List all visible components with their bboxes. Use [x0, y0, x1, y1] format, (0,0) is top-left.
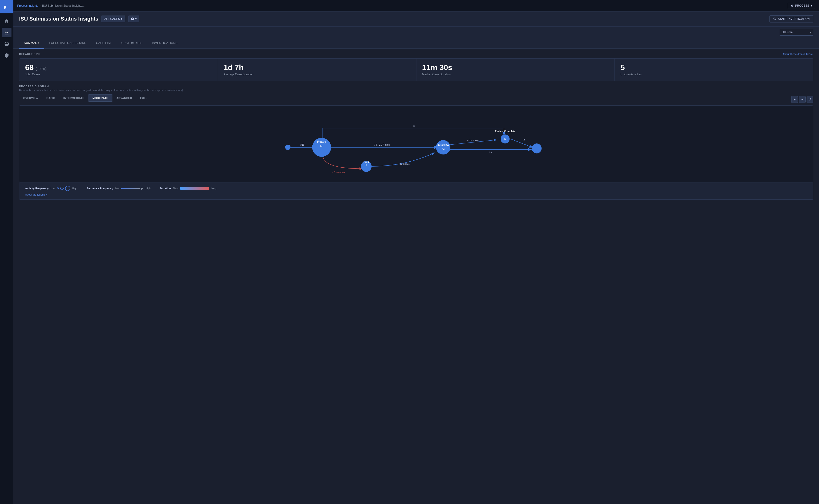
tab-custom-kpis[interactable]: CUSTOM KPIS	[116, 38, 147, 49]
connector-3-label: 3 / 6.8 hrs	[399, 163, 410, 165]
duration-label: Duration	[160, 187, 171, 190]
content-area: ISU Submission Status Insights ALL CASES…	[13, 11, 819, 504]
diagram-tab-full[interactable]: FULL	[136, 94, 151, 102]
diagram-title: PROCESS DIAGRAM	[19, 85, 813, 88]
in-review-count: 42	[442, 148, 445, 150]
kpi-total-cases-label: Total Cases	[25, 73, 212, 76]
sequence-frequency-label: Sequence Frequency	[87, 187, 113, 190]
about-kpis-link[interactable]: About these default KPIs ›	[783, 53, 813, 55]
process-button[interactable]: PROCESS ▾	[788, 3, 815, 9]
kpi-unique-activities: 5 Unique Activities	[615, 59, 813, 81]
legend-duration: Duration Short Long	[160, 187, 216, 190]
filter-btn-label: ALL CASES	[104, 17, 120, 21]
sidebar-item-home[interactable]	[2, 16, 11, 26]
diagram-tab-overview[interactable]: OVERVIEW	[19, 94, 42, 102]
diagram-canvas: 66 66	[19, 106, 813, 182]
kpi-section: DEFAULT KPIs About these default KPIs › …	[13, 49, 819, 81]
sidebar-item-analytics[interactable]	[2, 28, 11, 37]
kpi-cards: 68 (100%) Total Cases 1d 7h Average Case…	[19, 58, 813, 81]
tab-investigations[interactable]: INVESTIGATIONS	[147, 38, 182, 49]
circle-large	[65, 186, 70, 191]
tab-case-list[interactable]: CASE LIST	[91, 38, 117, 49]
kpi-section-title: DEFAULT KPIs	[19, 53, 40, 55]
process-diagram-svg: 66 66	[19, 106, 813, 182]
duration-gradient	[180, 187, 209, 190]
search-icon	[773, 17, 776, 21]
activity-freq-high: High	[72, 187, 77, 190]
start-investigation-button[interactable]: START INVESTIGATION	[770, 15, 813, 22]
process-btn-label: PROCESS	[795, 4, 809, 7]
kpi-avg-duration-value: 1d 7h	[224, 63, 411, 72]
tab-executive-dashboard[interactable]: EXECUTIVE DASHBOARD	[44, 38, 91, 49]
appian-logo-icon: a	[3, 3, 11, 11]
activity-freq-low: Low	[50, 187, 55, 190]
review-complete-label: Review Complete	[495, 130, 516, 133]
kpi-median-duration: 11m 30s Median Case Duration	[417, 59, 615, 81]
end-node[interactable]	[532, 143, 542, 153]
in-review-node[interactable]	[436, 140, 451, 154]
arrow-line	[121, 188, 140, 189]
kpi-median-duration-label: Median Case Duration	[422, 73, 609, 76]
tabs: SUMMARY EXECUTIVE DASHBOARD CASE LIST CU…	[19, 38, 813, 49]
sidebar-item-shield[interactable]	[2, 51, 11, 60]
shield-icon	[4, 53, 9, 58]
topnav-right: PROCESS ▾	[788, 3, 815, 9]
settings-button[interactable]: ▾	[128, 16, 139, 22]
ready-count: 68	[320, 144, 323, 148]
gear-icon	[791, 4, 794, 7]
gear-chevron-icon: ▾	[135, 17, 137, 21]
tab-summary[interactable]: SUMMARY	[19, 38, 44, 49]
connector-4-label: 4 / 20.8 days	[332, 171, 345, 174]
legend-sequence-frequency: Sequence Frequency Low ▶ High	[87, 186, 150, 190]
diagram-tab-basic[interactable]: BASIC	[42, 94, 59, 102]
about-legend-link[interactable]: About the legend ∨	[25, 193, 807, 196]
time-select-wrapper: All Time	[780, 29, 813, 36]
reset-zoom-button[interactable]: ↺	[807, 96, 813, 103]
seq-freq-high: High	[145, 187, 150, 190]
page-header: ISU Submission Status Insights ALL CASES…	[13, 11, 819, 27]
page-title: ISU Submission Status Insights	[19, 16, 98, 22]
kpi-avg-duration: 1d 7h Average Case Duration	[218, 59, 416, 81]
zoom-in-button[interactable]: +	[791, 96, 798, 103]
start-node[interactable]	[285, 145, 291, 150]
app-logo[interactable]: a	[0, 0, 13, 13]
svg-text:a: a	[4, 5, 6, 10]
diagram-tab-moderate[interactable]: MODERATE	[88, 94, 112, 102]
kpi-section-header: DEFAULT KPIs About these default KPIs ›	[19, 53, 813, 55]
seq-freq-low: Low	[115, 187, 119, 190]
duration-long: Long	[211, 187, 216, 190]
kpi-unique-activities-value: 5	[621, 63, 807, 72]
diagram-section: PROCESS DIAGRAM Review the activities th…	[13, 81, 819, 203]
breadcrumb-parent[interactable]: Process Insights	[17, 4, 38, 7]
start-investigation-label: START INVESTIGATION	[778, 17, 810, 21]
sidebar: a	[0, 0, 13, 504]
connector-66-label: 66	[302, 143, 304, 146]
hold-label: Hold	[363, 161, 369, 163]
circle-medium	[60, 187, 64, 190]
sidebar-item-database[interactable]	[2, 39, 11, 49]
time-select[interactable]: All Time	[780, 29, 813, 36]
kpi-avg-duration-label: Average Case Duration	[224, 73, 411, 76]
kpi-total-cases: 68 (100%) Total Cases	[19, 59, 218, 81]
connector-39-label: 39 / 11.7 mins	[374, 143, 389, 146]
legend-sequence-arrow: ▶	[121, 186, 143, 190]
diagram-controls: + − ↺	[791, 96, 813, 103]
database-icon	[4, 42, 9, 46]
breadcrumb-current: ISU Submission Status Insights...	[42, 4, 84, 7]
review-complete-count: 12	[504, 138, 507, 140]
analytics-icon	[4, 30, 9, 35]
kpi-median-duration-value: 11m 30s	[422, 63, 609, 72]
all-cases-filter-button[interactable]: ALL CASES ▾	[101, 16, 125, 22]
diagram-subtitle: Review the activities that occur in your…	[19, 89, 813, 92]
settings-gear-icon	[131, 17, 134, 21]
diagram-tab-advanced[interactable]: ADVANCED	[112, 94, 136, 102]
main-content: Process Insights › ISU Submission Status…	[13, 0, 819, 504]
diagram-tab-intermediate[interactable]: INTERMEDIATE	[59, 94, 88, 102]
about-legend-chevron: ∨	[46, 193, 48, 196]
activity-frequency-label: Activity Frequency	[25, 187, 49, 190]
page-header-left: ISU Submission Status Insights ALL CASES…	[19, 16, 139, 22]
home-icon	[4, 19, 9, 23]
zoom-out-button[interactable]: −	[799, 96, 806, 103]
connector-25-label: 25	[413, 124, 415, 127]
ready-label: Ready	[317, 140, 326, 143]
